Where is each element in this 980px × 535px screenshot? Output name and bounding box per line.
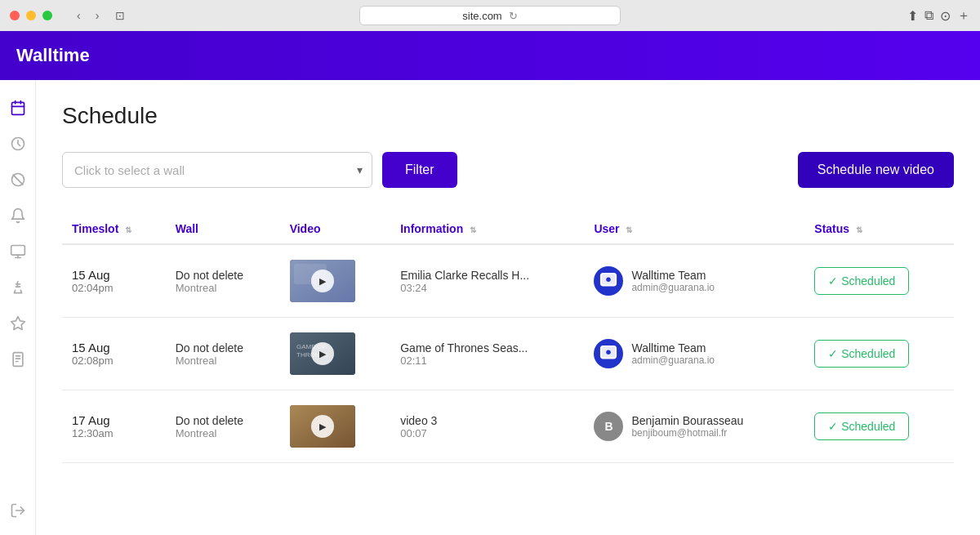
sidebar-item-screen[interactable]	[3, 237, 33, 266]
timeslot-date: 15 Aug	[72, 268, 156, 282]
user-name: Walltime Team	[631, 341, 715, 354]
user-avatar: B	[594, 412, 623, 441]
video-duration: 00:07	[400, 427, 574, 439]
filter-button[interactable]: Filter	[382, 152, 457, 188]
play-button[interactable]: ▶	[311, 342, 334, 365]
video-title: Game of Thrones Seas...	[400, 341, 574, 354]
address-bar[interactable]: site.com ↻	[359, 6, 621, 25]
wall-name: Do not delete	[176, 341, 270, 354]
col-video: Video	[280, 214, 391, 244]
user-avatar	[594, 266, 623, 296]
app-wrapper: Walltime	[0, 31, 980, 535]
table-row: 15 Aug 02:04pm Do not delete Montreal	[62, 244, 954, 318]
user-cell: B Benjamin Bourasseau benjiboum@hotmail.…	[584, 390, 804, 463]
timeslot-date: 15 Aug	[72, 341, 156, 354]
table-header: Timeslot ⇅ Wall Video Information ⇅	[62, 214, 954, 244]
wall-location: Montreal	[176, 427, 270, 439]
svg-marker-10	[11, 317, 24, 330]
user-name: Walltime Team	[631, 269, 715, 282]
sidebar-item-bell[interactable]	[3, 201, 33, 230]
col-status[interactable]: Status ⇅	[804, 214, 954, 244]
sort-icon-info: ⇅	[470, 225, 476, 234]
back-button[interactable]: ‹	[72, 7, 86, 24]
sort-icon-status: ⇅	[856, 225, 862, 234]
forward-button[interactable]: ›	[91, 7, 105, 24]
wall-cell: Do not delete Montreal	[166, 318, 280, 390]
main-content: Schedule Click to select a wall ▾ Filter…	[36, 80, 980, 535]
layout: Schedule Click to select a wall ▾ Filter…	[0, 80, 980, 535]
status-cell: ✓ Scheduled	[804, 244, 954, 318]
sidebar-item-block[interactable]	[3, 165, 33, 194]
info-cell: video 3 00:07	[390, 390, 584, 463]
user-avatar	[594, 339, 623, 368]
timeslot-cell: 15 Aug 02:08pm	[62, 318, 166, 390]
video-thumbnail[interactable]: ▶	[290, 405, 355, 448]
topnav: Walltime	[0, 31, 980, 80]
sidebar-item-star[interactable]	[3, 309, 33, 338]
user-email: benjiboum@hotmail.fr	[631, 427, 743, 439]
sort-icon-user: ⇅	[626, 225, 632, 234]
table-row: 15 Aug 02:08pm Do not delete Montreal	[62, 318, 954, 390]
close-dot[interactable]	[10, 11, 20, 20]
video-duration: 02:11	[400, 354, 574, 367]
download-button[interactable]: ⊙	[940, 7, 951, 25]
col-timeslot[interactable]: Timeslot ⇅	[62, 214, 166, 244]
sidebar	[0, 80, 36, 535]
play-button[interactable]: ▶	[311, 415, 334, 438]
wall-name: Do not delete	[176, 269, 270, 282]
duplicate-button[interactable]: ⧉	[924, 7, 933, 25]
schedule-new-video-button[interactable]: Schedule new video	[798, 152, 954, 188]
logo: Walltime	[16, 45, 90, 66]
timeslot-time: 12:30am	[72, 427, 156, 439]
user-name: Benjamin Bourasseau	[631, 414, 743, 427]
status-badge: ✓ Scheduled	[814, 340, 909, 368]
col-information[interactable]: Information ⇅	[390, 214, 584, 244]
video-thumb-cell: ▶	[280, 390, 391, 463]
video-thumb-cell: GAME OFTHRONES ▶	[280, 318, 391, 390]
add-tab-button[interactable]: ＋	[957, 7, 970, 25]
minimize-dot[interactable]	[26, 11, 36, 20]
svg-rect-0	[11, 102, 24, 114]
play-button[interactable]: ▶	[311, 270, 334, 292]
sidebar-item-clipboard[interactable]	[3, 345, 33, 374]
status-badge: ✓ Scheduled	[814, 412, 909, 440]
table-body: 15 Aug 02:04pm Do not delete Montreal	[62, 244, 954, 463]
user-cell: Walltime Team admin@guarana.io	[584, 244, 804, 318]
page-title: Schedule	[62, 103, 954, 129]
share-button[interactable]: ⬆	[907, 7, 918, 25]
timeslot-time: 02:04pm	[72, 282, 156, 294]
sidebar-item-chess[interactable]	[3, 273, 33, 302]
timeslot-date: 17 Aug	[72, 413, 156, 427]
status-cell: ✓ Scheduled	[804, 390, 954, 463]
sidebar-item-calendar[interactable]	[3, 93, 33, 123]
info-cell: Emilia Clarke Recalls H... 03:24	[390, 244, 584, 318]
sort-icon-timeslot: ⇅	[125, 225, 131, 234]
status-badge: ✓ Scheduled	[814, 267, 909, 295]
wall-select[interactable]: Click to select a wall	[62, 152, 372, 188]
svg-rect-7	[11, 246, 24, 256]
window-button[interactable]: ⊡	[115, 9, 125, 22]
video-duration: 03:24	[400, 282, 574, 294]
maximize-dot[interactable]	[42, 11, 52, 20]
sidebar-item-export[interactable]	[3, 496, 33, 525]
wall-name: Do not delete	[176, 414, 270, 427]
timeslot-cell: 17 Aug 12:30am	[62, 390, 166, 463]
wall-cell: Do not delete Montreal	[166, 390, 280, 463]
video-title: video 3	[400, 414, 574, 427]
wall-select-wrapper: Click to select a wall ▾	[62, 152, 372, 188]
svg-point-26	[607, 350, 612, 354]
user-email: admin@guarana.io	[631, 354, 715, 366]
svg-point-20	[607, 277, 612, 282]
video-thumbnail[interactable]: ▶	[290, 260, 355, 302]
table-row: 17 Aug 12:30am Do not delete Montreal	[62, 390, 954, 463]
video-thumbnail[interactable]: GAME OFTHRONES ▶	[290, 332, 355, 375]
toolbar: Click to select a wall ▾ Filter Schedule…	[62, 152, 954, 188]
url-text: site.com	[462, 10, 501, 22]
schedule-table: Timeslot ⇅ Wall Video Information ⇅	[62, 214, 954, 463]
info-cell: Game of Thrones Seas... 02:11	[390, 318, 584, 390]
video-title: Emilia Clarke Recalls H...	[400, 269, 574, 282]
sidebar-item-clock[interactable]	[3, 129, 33, 158]
col-user[interactable]: User ⇅	[584, 214, 804, 244]
refresh-icon[interactable]: ↻	[509, 10, 518, 22]
user-email: admin@guarana.io	[631, 282, 715, 293]
